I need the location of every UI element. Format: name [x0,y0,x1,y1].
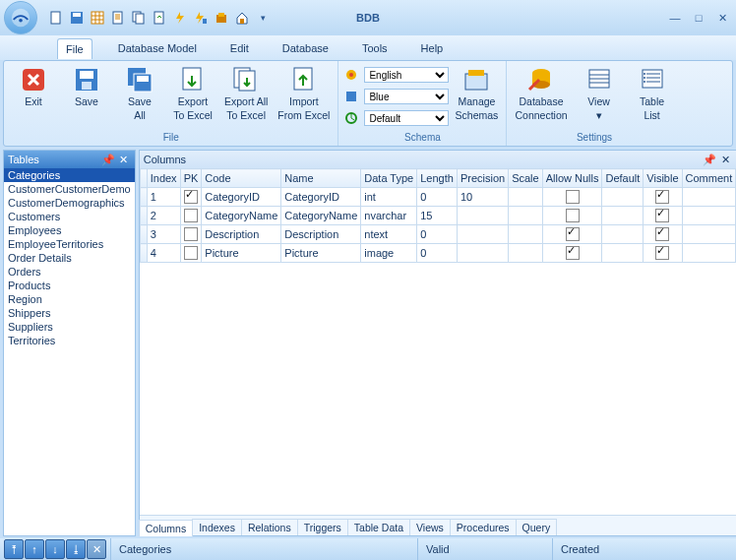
tab-query[interactable]: Query [516,519,558,535]
table-item[interactable]: Employees [4,223,135,237]
table-item[interactable]: Orders [4,265,135,279]
table-row[interactable]: 1CategoryIDCategoryIDint010 [140,188,736,207]
svg-rect-16 [218,13,224,17]
tab-procedures[interactable]: Procedures [450,519,517,535]
menu-database[interactable]: Database [275,38,337,58]
table-list-icon [638,65,667,94]
tab-views[interactable]: Views [409,519,451,535]
qat-save-icon[interactable] [68,9,86,27]
col-header[interactable]: PK [180,169,202,188]
table-item[interactable]: Shippers [4,306,135,320]
table-list-button[interactable]: TableList [627,63,678,123]
nav-last-button[interactable]: ⭳ [66,539,86,559]
checkbox[interactable] [566,190,580,204]
menu-tools[interactable]: Tools [354,38,396,58]
checkbox[interactable] [184,209,198,222]
menu-help[interactable]: Help [413,38,452,58]
tables-pane-title: Tables 📌 ✕ [4,151,135,168]
export-all-excel-button[interactable]: Export AllTo Excel [220,63,272,123]
qat-bolt2-icon[interactable] [192,9,210,27]
table-item[interactable]: Territories [4,334,135,347]
checkbox[interactable] [655,246,669,260]
export-excel-button[interactable]: ExportTo Excel [167,63,218,123]
checkbox[interactable] [566,209,580,222]
checkbox[interactable] [566,227,580,241]
col-header[interactable]: Precision [457,169,508,188]
table-item[interactable]: CustomerDemographics [4,196,135,210]
qat-home-icon[interactable] [233,9,251,27]
checkbox[interactable] [184,190,198,204]
col-header[interactable]: Index [147,169,180,188]
db-connection-button[interactable]: DatabaseConnection [511,63,571,123]
close-pane-icon[interactable]: ✕ [718,153,732,166]
save-button[interactable]: Save [61,63,112,110]
tab-triggers[interactable]: Triggers [297,519,348,535]
table-row[interactable]: 2CategoryNameCategoryNamenvarchar15 [140,207,736,225]
table-row[interactable]: 3DescriptionDescriptionntext0 [140,225,736,244]
import-excel-button[interactable]: ImportFrom Excel [274,63,334,123]
pin-icon[interactable]: 📌 [703,153,716,166]
col-header[interactable]: Default [602,169,644,188]
col-header[interactable]: Visible [644,169,682,188]
save-all-button[interactable]: SaveAll [114,63,165,123]
col-header[interactable]: Length [417,169,458,188]
menu-file[interactable]: File [57,38,92,59]
col-header[interactable]: Code [202,169,281,188]
table-item[interactable]: Order Details [4,251,135,265]
table-row[interactable]: 4PicturePictureimage0 [140,244,736,263]
qat-db-icon[interactable] [213,9,230,27]
table-item[interactable]: Suppliers [4,320,135,334]
table-item[interactable]: Categories [4,168,135,182]
col-header[interactable]: Name [281,169,361,188]
menu-database-model[interactable]: Database Model [110,38,205,58]
exit-button[interactable]: Exit [8,63,59,110]
table-item[interactable]: Customers [4,210,135,223]
checkbox[interactable] [566,246,580,260]
qat-dropdown-icon[interactable]: ▾ [254,9,272,27]
nav-first-button[interactable]: ⭱ [4,539,24,559]
nav-delete-button[interactable]: ✕ [87,539,106,559]
qat-bolt-icon[interactable] [171,9,189,27]
tab-relations[interactable]: Relations [241,519,298,535]
view-button[interactable]: View▾ [574,63,625,123]
columns-grid[interactable]: IndexPKCodeNameData TypeLengthPrecisionS… [140,168,736,263]
nav-down-button[interactable]: ↓ [45,539,65,559]
tab-table-data[interactable]: Table Data [347,519,410,535]
language-select[interactable]: English [364,67,449,83]
table-item[interactable]: EmployeeTerritories [4,237,135,251]
qat-script-icon[interactable] [109,9,127,27]
col-header[interactable]: Allow Nulls [542,169,602,188]
group-label: Schema [342,132,502,146]
col-header[interactable]: Comment [682,169,736,188]
checkbox[interactable] [184,246,198,260]
tables-tree[interactable]: CategoriesCustomerCustomerDemoCustomerDe… [4,168,135,535]
col-header[interactable]: Scale [509,169,543,188]
table-item[interactable]: Region [4,292,135,306]
checkbox[interactable] [655,209,669,222]
close-button[interactable]: ✕ [714,10,730,26]
profile-select[interactable]: Default [364,110,449,126]
tab-indexes[interactable]: Indexes [192,519,242,535]
checkbox[interactable] [655,190,669,204]
dock-area: Tables 📌 ✕ CategoriesCustomerCustomerDem… [3,150,733,536]
columns-grid-wrap[interactable]: IndexPKCodeNameData TypeLengthPrecisionS… [140,168,736,515]
pin-icon[interactable]: 📌 [101,153,115,166]
menu-edit[interactable]: Edit [222,38,257,58]
minimize-button[interactable]: — [667,10,683,26]
col-header[interactable]: Data Type [361,169,417,188]
table-item[interactable]: Products [4,279,135,292]
close-pane-icon[interactable]: ✕ [117,153,131,166]
qat-copy-icon[interactable] [130,9,148,27]
table-item[interactable]: CustomerCustomerDemo [4,182,135,196]
qat-grid-icon[interactable] [89,9,106,27]
manage-schemas-button[interactable]: ManageSchemas [451,63,502,123]
checkbox[interactable] [184,227,198,241]
app-menu-button[interactable] [4,1,37,34]
checkbox[interactable] [655,227,669,241]
qat-new-icon[interactable] [47,9,65,27]
qat-refresh-icon[interactable] [151,9,168,27]
tab-columns[interactable]: Columns [139,520,193,536]
theme-select[interactable]: Blue [364,89,449,104]
nav-up-button[interactable]: ↑ [25,539,44,559]
maximize-button[interactable]: □ [691,10,706,26]
